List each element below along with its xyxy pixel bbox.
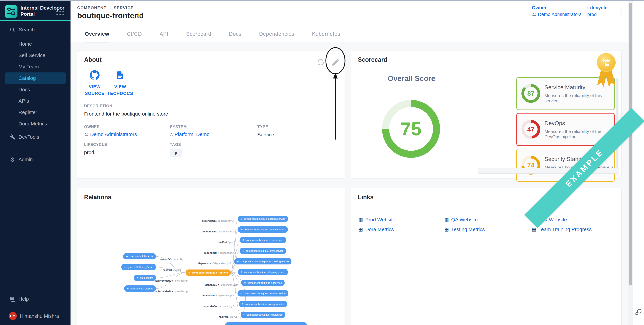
link-label: Testing Metrics [451,227,485,232]
link-label: QA Website [451,217,478,223]
sidebar-item-docs[interactable]: Docs [0,84,70,95]
sidebar-item-admin[interactable]: ⚙ Admin [0,154,70,165]
owner-link[interactable]: Demo Administrators [532,12,582,17]
sidebar-item-label: DevTools [18,134,39,140]
refresh-button[interactable] [316,58,325,67]
tab-dependencies[interactable]: Dependencies [259,25,294,43]
relation-node-component-boutique-shippingservice[interactable]: ⚙component:boutique-shippingservice [238,269,288,275]
sidebar-item-home[interactable]: Home [0,38,70,50]
link-prod-website[interactable]: ▦Prod Website [358,217,444,223]
relation-node-demo-administrators[interactable]: ☻Demo Administrators [123,253,156,260]
relation-node-label: component:boutique-currencyservice [244,217,285,220]
app-logo-icon[interactable] [5,5,18,18]
tab-kubernetes[interactable]: Kubernetes [312,25,340,43]
metric-title: DevOps [544,120,565,126]
link-team-training-progress[interactable]: ▦Team Training Progress [532,227,592,232]
relation-node-component-boutique-checkoutservice[interactable]: ⚙component:boutique-checkoutservice [238,290,288,297]
sidebar-item-catalog[interactable]: Catalog [5,72,66,84]
relation-node-component-boutique-productcatalogservice[interactable]: ⚙component:boutique-productcatalogservic… [234,258,292,265]
sidebar-item-apis[interactable]: APIs [0,95,70,107]
sidebar-item-self-service[interactable]: Self Service [0,50,70,61]
page-scrollbar-thumb[interactable] [629,3,632,285]
breadcrumb: COMPONENT — SERVICE [77,5,134,10]
dashboard-icon: ▦ [358,227,363,232]
edit-pencil-button[interactable] [331,58,340,67]
relation-node-component-boutique-adservice[interactable]: ⚙component:boutique-adservice [241,280,284,286]
tab-ci-cd[interactable]: CI/CD [127,25,142,43]
relation-node-label: Demo Administrators [130,255,153,258]
app-grid-icon[interactable] [56,8,64,16]
svg-text:?: ? [11,297,13,300]
tab-scorecard[interactable]: Scorecard [186,25,211,43]
group-icon: ☻ [126,255,128,258]
about-tags: TAGS go [170,142,182,157]
relation-node-api-starwars-graphql[interactable]: ✦api:starwars-graphql [124,286,156,292]
tab-overview[interactable]: Overview [85,25,109,43]
component-icon: ⚙ [244,282,246,284]
sidebar-item-help[interactable]: ? Help [0,294,70,305]
sidebar-search[interactable]: Search [0,25,70,35]
tab-docs[interactable]: Docs [229,25,242,43]
edge-label: dependsOn / dependencyOf [198,262,231,265]
edge-label: ownerOf / ownedBy [160,258,183,261]
relation-node-component-boutique-cartservice[interactable]: ⚙component:boutique-cartservice [240,312,285,318]
sidebar-accent-line [0,20,70,21]
relation-node-label: api:petstore [140,276,153,279]
sidebar-item-label: Admin [18,157,33,162]
relation-node-label: component:boutique-frontend [192,271,228,274]
api-icon: ✦ [137,277,138,279]
tag-chip[interactable]: go [170,149,182,157]
component-icon: ⚙ [241,271,243,273]
about-system-link[interactable]: ∴ Platform_Demo [170,131,210,137]
relation-node-center[interactable]: ⚙component:boutique-frontend [186,270,231,276]
link-dora-metrics[interactable]: ▦Dora Metrics [358,227,444,232]
relation-node-component-boutique-loadgenerator[interactable]: ⚙component:boutique-loadgenerator [239,301,287,307]
kebab-menu-icon[interactable]: ⋮ [618,7,624,15]
link-qa-website[interactable]: ▦QA Website [444,217,532,223]
view-source-button[interactable]: VIEWSOURCE [80,70,109,97]
component-icon: ⚙ [242,303,244,305]
page-header: COMPONENT — SERVICE boutique-frontend ★ … [70,1,628,26]
edge-label: apiProvidedBy / providesApi [155,290,188,293]
metric-ring: 47 [522,120,540,139]
relation-node-api-petstore[interactable]: ✦api:petstore [134,275,156,281]
relation-node-label: component:boutique-productcatalogservice [240,260,289,263]
link-label: Dora Metrics [365,227,394,232]
sidebar-user[interactable]: HM Himanshu Mishra [0,312,70,325]
link-testing-metrics[interactable]: ▦Testing Metrics [444,227,532,232]
chat-bubbles-icon[interactable] [634,308,642,316]
sidebar-menu: HomeSelf ServiceMy TeamCatalogDocsAPIsRe… [0,38,70,129]
relation-node-label: component:boutique-paymentservice [244,228,285,231]
relation-node-component-boutique-paymentservice[interactable]: ⚙component:boutique-paymentservice [238,226,288,233]
links-card-title: Links [358,194,374,201]
relation-node-component-boutique-redisservice[interactable]: ⚙component:boutique-redisservice [240,237,286,243]
about-owner-link[interactable]: Demo Administrators [84,131,137,137]
relation-node-partial[interactable] [225,322,307,325]
people-icon [84,132,88,136]
tabs-bar: OverviewCI/CDAPIScorecardDocsDependencie… [70,25,628,43]
overall-score-value: 75 [400,118,422,140]
scorecard-card: Scorecard GoldTier Overall Score 75 87Se… [351,50,622,178]
tab-api[interactable]: API [160,25,168,43]
relation-node-component-boutique-emailservice[interactable]: ⚙component:boutique-emailservice [240,248,286,254]
overall-score-label: Overall Score [378,74,445,83]
header-owner: Owner Demo Administrators [532,5,582,17]
sidebar-item-register[interactable]: Register [0,107,70,118]
about-description: DESCRIPTION Frontend for the boutique on… [84,104,168,117]
sidebar-item-my-team[interactable]: My Team [0,61,70,72]
metric-ring: 87 [522,84,540,103]
links-card: Links ▦Prod Website▦QA Website▦Dev Websi… [351,188,622,325]
sidebar-item-dora-metrics[interactable]: Dora Metrics [0,118,70,129]
about-owner: OWNER Demo Administrators [84,125,137,137]
component-icon: ⚙ [240,218,242,220]
relation-node-system-platform-demo[interactable]: ∴system:Platform_Demo [122,264,156,270]
system-icon: ∴ [170,132,173,137]
relation-node-component-boutique-currencyservice[interactable]: ⚙component:boutique-currencyservice [238,216,288,222]
favorite-star-icon[interactable]: ★ [136,11,142,20]
relation-edges [78,188,345,325]
metric-list-hscrollbar[interactable] [478,168,619,174]
gold-tier-badge: GoldTier [596,53,616,88]
sidebar-item-label: Help [18,296,29,302]
view-techdocs-button[interactable]: VIEWTECHDOCS [106,70,134,97]
sidebar-item-devtools[interactable]: DevTools [0,132,70,143]
